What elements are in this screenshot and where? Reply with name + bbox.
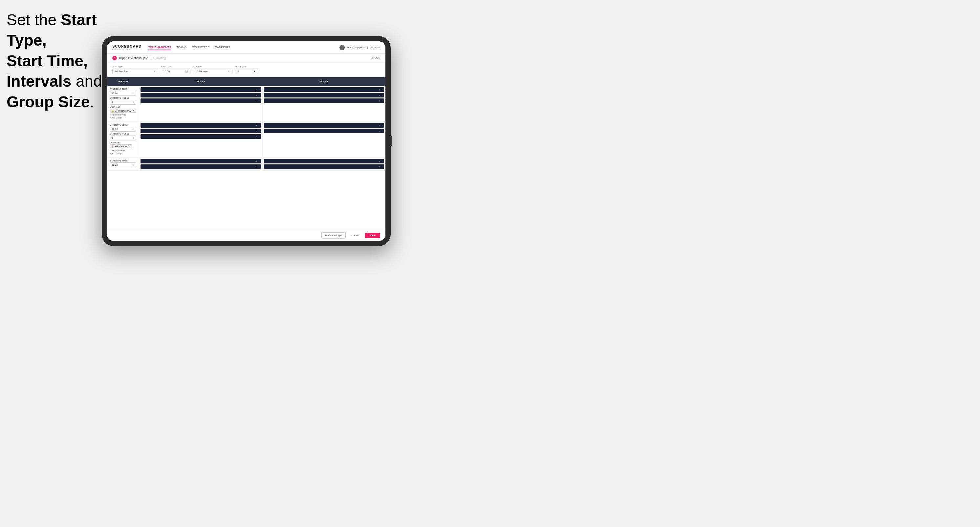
course-tag-2[interactable]: 🏌 East Lake GC ✕ — [110, 144, 132, 148]
starting-time-label-1: STARTING TIME: — [110, 88, 136, 90]
avatar — [339, 45, 345, 50]
flag-icon-2: 🏌 — [111, 145, 114, 148]
clock-icon-1: ⊙ — [132, 92, 134, 95]
flag-icon: ⛳ — [111, 110, 114, 112]
reset-changes-button[interactable]: Reset Changes — [321, 232, 346, 238]
add-player-1-3[interactable]: ○ — [258, 100, 260, 102]
starting-hole-input-1[interactable]: 1 ⇕ — [110, 100, 136, 105]
tablet-side-button — [391, 136, 392, 146]
remove-player-3-3[interactable]: ✕ — [256, 135, 258, 138]
remove-group-2[interactable]: ○ Remove Group — [110, 149, 136, 152]
main-content[interactable]: STARTING TIME: 10:00 ⊙ STARTING HOLE: 1 … — [107, 86, 385, 230]
starting-time-input-1[interactable]: 10:00 ⊙ — [110, 91, 136, 96]
add-player-4-1[interactable]: ○ — [382, 124, 383, 126]
add-player-6-1[interactable]: ○ — [382, 160, 383, 162]
save-button[interactable]: Save — [365, 233, 380, 238]
add-player-6-2[interactable]: ○ — [382, 166, 383, 168]
starting-hole-value-1: 1 — [111, 101, 113, 104]
group-1-right: ✕ ○ ✕ ○ ✕ ○ ✕ — [139, 86, 385, 121]
remove-circle-icon: ○ — [110, 114, 111, 116]
start-type-value: 1st Tee Start — [115, 70, 129, 73]
add-group-2[interactable]: + Add Group — [110, 152, 136, 154]
remove-player-4-1[interactable]: ✕ — [379, 124, 380, 127]
starting-time-value-2: 10:10 — [111, 128, 118, 130]
sub-header: C Clippd Invitational (Mo...) > Hosting … — [107, 54, 385, 63]
nav-tab-committee[interactable]: COMMITTEE — [192, 45, 210, 50]
clippd-logo: C — [112, 56, 117, 60]
add-player-2-2[interactable]: ○ — [382, 94, 383, 96]
course-tag-1[interactable]: ⛳ (A) Peachtree GC ✕ — [110, 109, 136, 113]
player-row-5-2: ✕ ○ — [140, 164, 261, 169]
controls-row: Start Type 1st Tee Start ▼ Start Time 10… — [107, 63, 385, 77]
course-label-2: COURSE: — [110, 141, 136, 144]
back-button[interactable]: < Back — [371, 56, 380, 60]
instruction-line1: Set the Start Type, — [6, 11, 97, 49]
intervals-select[interactable]: 10 Minutes ▼ — [193, 68, 232, 74]
starting-hole-input-2[interactable]: 1 ⇕ — [110, 135, 136, 140]
start-type-select[interactable]: 1st Tee Start ▼ — [112, 68, 158, 74]
add-group-1[interactable]: + Add Group — [110, 116, 136, 119]
remove-player-6-1[interactable]: ✕ — [379, 160, 380, 162]
instruction-line4-normal: . — [90, 93, 94, 111]
remove-player-1-3[interactable]: ✕ — [256, 100, 258, 102]
remove-player-2-1[interactable]: ✕ — [379, 89, 380, 91]
add-player-1-2[interactable]: ○ — [258, 94, 260, 96]
player-row-4-2: ✕ ○ — [264, 129, 385, 133]
starting-time-input-3[interactable]: 10:20 ⊙ — [110, 162, 136, 167]
remove-player-3-1[interactable]: ✕ — [256, 124, 258, 127]
add-player-5-2[interactable]: ○ — [258, 166, 260, 168]
nav-right: blair@clippd.io | Sign out — [339, 45, 380, 50]
remove-player-6-2[interactable]: ✕ — [379, 166, 380, 168]
group-3-right: ✕ ○ ✕ ○ ✕ ○ ✕ — [139, 157, 385, 170]
add-player-3-1[interactable]: ○ — [258, 124, 260, 126]
tablet-screen: SCOREBOARD Powered by clippd TOURNAMENTS… — [107, 41, 385, 241]
add-player-5-1[interactable]: ○ — [258, 160, 260, 162]
starting-hole-value-2: 1 — [111, 137, 113, 140]
start-time-select[interactable]: 10:00 🕙 — [161, 68, 191, 74]
intervals-group: Intervals 10 Minutes ▼ — [193, 65, 232, 74]
group-section-1: STARTING TIME: 10:00 ⊙ STARTING HOLE: 1 … — [107, 86, 385, 122]
nav-tab-rankings[interactable]: RANKINGS — [215, 45, 230, 50]
starting-time-input-2[interactable]: 10:10 ⊙ — [110, 127, 136, 132]
nav-tab-tournaments[interactable]: TOURNAMENTS — [148, 45, 171, 50]
user-email: blair@clippd.io — [347, 46, 365, 49]
add-player-4-2[interactable]: ○ — [382, 130, 383, 132]
remove-player-2-2[interactable]: ✕ — [379, 94, 380, 97]
starting-time-label-2: STARTING TIME: — [110, 124, 136, 126]
remove-course-1[interactable]: ✕ — [133, 109, 135, 112]
remove-player-5-2[interactable]: ✕ — [256, 166, 258, 168]
add-player-2-1[interactable]: ○ — [382, 89, 383, 90]
add-player-2-3[interactable]: ○ — [382, 100, 383, 102]
remove-player-4-2[interactable]: ✕ — [379, 130, 380, 132]
add-player-1-1[interactable]: ○ — [258, 89, 260, 90]
footer: Reset Changes Cancel Save — [107, 230, 385, 241]
remove-player-3-2[interactable]: ✕ — [256, 130, 258, 132]
clock-icon-2: ⊙ — [132, 128, 134, 130]
group-size-group: Group Size 3 ▼ — [235, 65, 258, 74]
arrows-icon-1: ⇕ — [132, 101, 134, 104]
add-player-3-2[interactable]: ○ — [258, 130, 260, 132]
group-size-select[interactable]: 3 ▼ — [235, 68, 258, 74]
remove-player-1-1[interactable]: ✕ — [256, 89, 258, 91]
remove-group-1[interactable]: ○ Remove Group — [110, 114, 136, 116]
team1-col-1: ✕ ○ ✕ ○ ✕ ○ — [139, 86, 262, 121]
breadcrumb-separator: > — [153, 56, 154, 60]
remove-player-1-2[interactable]: ✕ — [256, 94, 258, 97]
group-2-right: ✕ ○ ✕ ○ ✕ ○ ✕ — [139, 122, 385, 157]
add-player-3-3[interactable]: ○ — [258, 135, 260, 138]
player-row-3-2: ✕ ○ — [140, 129, 261, 133]
cancel-button[interactable]: Cancel — [348, 233, 363, 238]
remove-player-2-3[interactable]: ✕ — [379, 100, 380, 102]
player-row-1-2: ✕ ○ — [140, 93, 261, 97]
sign-out-link[interactable]: Sign out — [371, 46, 380, 49]
nav-tab-teams[interactable]: TEAMS — [176, 45, 186, 50]
logo: SCOREBOARD Powered by clippd — [112, 44, 142, 50]
clock-icon: 🕙 — [185, 70, 188, 73]
player-row-6-2: ✕ ○ — [264, 164, 385, 169]
group-size-label: Group Size — [235, 65, 258, 68]
team2-col-3: ✕ ○ ✕ ○ — [262, 157, 386, 170]
team2-col-1: ✕ ○ ✕ ○ ✕ ○ — [262, 86, 386, 121]
player-row-2-2: ✕ ○ — [264, 93, 385, 97]
remove-player-5-1[interactable]: ✕ — [256, 160, 258, 162]
remove-course-2[interactable]: ✕ — [129, 145, 130, 148]
